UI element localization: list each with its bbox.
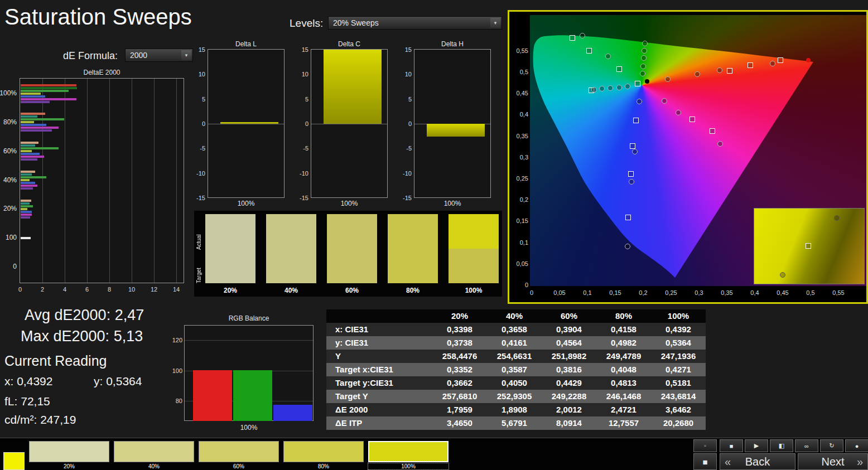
y-axis-label: 15 bbox=[295, 46, 308, 53]
column-header: 40% bbox=[487, 309, 542, 323]
back-button[interactable]: «Back bbox=[720, 453, 795, 470]
app-window: Saturation Sweeps Levels: 20% Sweeps ▼ d… bbox=[0, 0, 868, 470]
row-label: x: CIE31 bbox=[326, 323, 432, 336]
table-row: Y258,4476254,6631251,8982249,4789247,193… bbox=[326, 350, 706, 363]
table-cell: 8,0914 bbox=[542, 416, 596, 430]
table-cell: 257,6810 bbox=[432, 390, 487, 403]
table-header-row: 20%40%60%80%100% bbox=[326, 309, 706, 323]
y-axis-label: 0,05 bbox=[513, 260, 528, 267]
measured-point bbox=[640, 64, 646, 69]
pattern-window-small-button[interactable]: ▫ bbox=[693, 439, 717, 452]
de-formula-dropdown[interactable]: 2000 ▼ bbox=[125, 49, 193, 62]
measured-point bbox=[625, 84, 630, 89]
avg-de-label: Avg dE2000: bbox=[25, 307, 110, 323]
max-de-value: 5,13 bbox=[114, 328, 143, 345]
patch-swatch-button[interactable] bbox=[283, 441, 364, 462]
table-cell: 0,5181 bbox=[651, 376, 706, 390]
actual-swatch bbox=[205, 214, 255, 249]
target-point bbox=[710, 128, 715, 134]
mini-chart-plot bbox=[414, 49, 491, 198]
table-cell: 0,4048 bbox=[596, 363, 651, 376]
de-bar bbox=[21, 87, 77, 89]
measured-point bbox=[770, 61, 775, 66]
de-bar bbox=[21, 216, 30, 219]
locus-red-point bbox=[806, 58, 811, 62]
max-de-stat: Max dE2000: 5,13 bbox=[21, 328, 143, 345]
mini-chart-plot bbox=[311, 49, 388, 198]
x-axis-label: 2 bbox=[36, 286, 49, 293]
table-cell: 5,6791 bbox=[487, 416, 542, 430]
table-cell: 0,3587 bbox=[487, 363, 542, 376]
patch-swatch-button[interactable] bbox=[114, 441, 194, 462]
patch-swatch-button[interactable] bbox=[199, 441, 279, 462]
table-cell: 246,1468 bbox=[596, 390, 651, 403]
y-axis-label: 0,45 bbox=[513, 90, 528, 96]
y-axis-label: 100 bbox=[168, 367, 182, 374]
table-cell: 249,2288 bbox=[542, 390, 596, 403]
rgb-balance-title: RGB Balance bbox=[184, 314, 314, 322]
levels-dropdown[interactable]: 20% Sweeps ▼ bbox=[328, 16, 502, 30]
table-cell: 3,6462 bbox=[651, 403, 706, 416]
avg-de-stat: Avg dE2000: 2,47 bbox=[25, 307, 144, 324]
patch-swatch-button[interactable] bbox=[368, 441, 449, 462]
de-bar bbox=[21, 185, 37, 187]
next-button[interactable]: Next» bbox=[798, 453, 868, 470]
row-label: Target x:CIE31 bbox=[326, 363, 432, 376]
target-swatch bbox=[449, 249, 499, 283]
chevron-down-icon: ▼ bbox=[490, 18, 500, 28]
record-button[interactable]: ● bbox=[845, 439, 868, 452]
pattern-button[interactable]: ◧ bbox=[770, 439, 793, 452]
measured-point bbox=[640, 71, 645, 76]
table-row: x: CIE310,33980,36580,39040,41580,4392 bbox=[326, 323, 706, 336]
target-point bbox=[616, 66, 622, 72]
table-cell: 249,4789 bbox=[596, 350, 651, 363]
stop-button[interactable]: ■ bbox=[720, 439, 743, 452]
table-row: ΔE ITP3,46505,67918,091412,755720,2680 bbox=[326, 416, 706, 430]
y-axis-label: 5 bbox=[295, 96, 308, 103]
y-axis-label: 0,1 bbox=[513, 239, 528, 246]
y-axis-label: 0 bbox=[0, 263, 17, 270]
target-point bbox=[635, 81, 640, 86]
back-chevrons-icon: « bbox=[725, 456, 731, 468]
de-bar bbox=[21, 187, 33, 190]
target-swatch bbox=[327, 249, 377, 283]
patch-swatch-label: 20% bbox=[29, 463, 109, 469]
de-bar bbox=[21, 176, 46, 178]
target-point bbox=[689, 117, 695, 122]
swatch-label: 60% bbox=[327, 287, 377, 294]
table-cell: 0,4813 bbox=[596, 376, 651, 390]
delta-mini-chart: Delta H151050-5-10-15100% bbox=[414, 49, 491, 198]
avg-de-value: 2,47 bbox=[115, 307, 144, 323]
actual-row-label: Actual bbox=[196, 216, 202, 250]
de-bar bbox=[21, 205, 33, 207]
mini-chart-plot bbox=[208, 49, 284, 198]
green-bar bbox=[233, 370, 272, 421]
x-axis-label: 6 bbox=[80, 286, 94, 293]
red-bar bbox=[193, 370, 232, 421]
play-button[interactable]: ▶ bbox=[745, 439, 768, 452]
y-axis-label: 10 bbox=[192, 71, 205, 77]
y-axis-label: 60% bbox=[0, 147, 17, 155]
actual-swatch bbox=[388, 214, 438, 249]
y-axis-label: 10 bbox=[398, 71, 412, 77]
refresh-button[interactable]: ↻ bbox=[820, 439, 843, 452]
table-row: y: CIE310,37380,41610,45640,49820,5364 bbox=[326, 336, 706, 350]
table-cell: 254,6631 bbox=[487, 350, 542, 363]
measured-point bbox=[605, 54, 611, 59]
pattern-window-button[interactable]: ■ bbox=[693, 453, 717, 470]
x-axis-label: 100% bbox=[185, 424, 313, 432]
patch-swatch-button[interactable] bbox=[29, 441, 109, 462]
measured-point bbox=[641, 55, 647, 61]
swatch-label: 20% bbox=[205, 287, 255, 294]
gridline bbox=[176, 79, 177, 283]
table-cell: 1,7959 bbox=[432, 403, 487, 416]
de-bar bbox=[21, 214, 32, 216]
de-bar bbox=[21, 142, 38, 144]
de-bar bbox=[21, 90, 69, 92]
x-axis-label: 0,55 bbox=[828, 289, 848, 296]
table-cell: 247,1936 bbox=[651, 350, 706, 363]
x-axis-label: 0,3 bbox=[689, 289, 709, 296]
y-axis-label: 0 bbox=[192, 120, 205, 127]
cie-zoom-inset bbox=[754, 208, 865, 284]
loop-button[interactable]: ∞ bbox=[795, 439, 818, 452]
